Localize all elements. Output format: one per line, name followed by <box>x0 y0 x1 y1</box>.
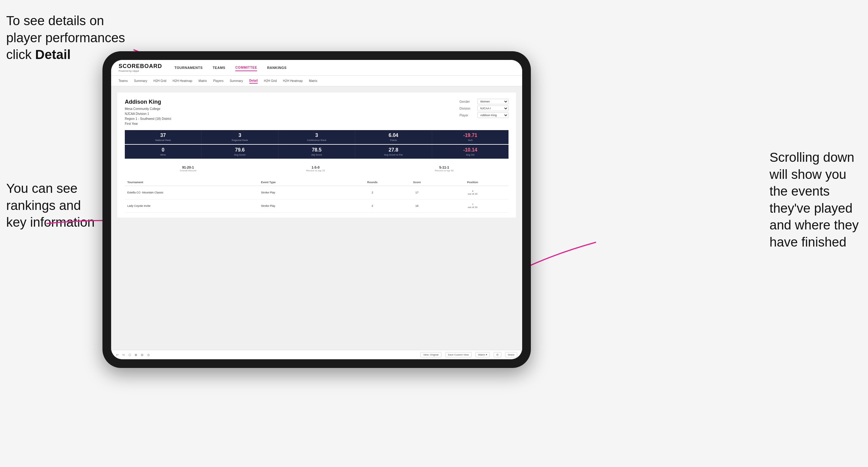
stat-value-regional: 3 <box>203 132 277 138</box>
view-original-btn[interactable]: View: Original <box>420 352 441 357</box>
screen-btn[interactable]: ⊡ <box>494 352 501 357</box>
stat-points: 6.04 Points <box>355 130 432 144</box>
nav-teams[interactable]: TEAMS <box>213 65 225 71</box>
subnav-h2h-grid2[interactable]: H2H Grid <box>264 79 277 83</box>
stat-value-adj-score: 78.5 <box>280 147 353 153</box>
annotation-right: Scrolling down will show you the events … <box>770 149 859 251</box>
bottom-toolbar: ↩ ↪ ⬡ ⊞ ⊟ ◷ View: Original Save Custom V… <box>111 350 522 359</box>
toolbar-redo[interactable]: ↪ <box>122 353 125 356</box>
logo-sub: Powered by clippd <box>119 69 162 72</box>
stat-label-points: Points <box>356 139 430 142</box>
row2-event: Stroke Play <box>261 204 350 208</box>
row2-rounds: 2 <box>350 204 395 208</box>
col-position: Position <box>439 181 506 184</box>
main-content: Addison King Mesa Community College NJCA… <box>111 86 522 350</box>
player-school: Mesa Community College <box>125 106 172 112</box>
stat-label-national: National Rank <box>126 139 200 142</box>
record-top25-label: Record vs top 25 <box>306 169 325 172</box>
player-select[interactable]: Addison King <box>477 113 508 118</box>
stat-value-sos: -19.71 <box>433 132 507 138</box>
stat-avg-sg: -10.14 Avg SG <box>432 145 508 159</box>
division-label: Division <box>460 107 475 110</box>
player-division: NJCAA Division 1 <box>125 112 172 117</box>
stat-label-sos: SoS <box>433 139 507 142</box>
subnav-h2h-grid[interactable]: H2H Grid <box>153 79 166 83</box>
stat-value-points: 6.04 <box>356 132 430 138</box>
col-event: Event Type <box>261 181 350 184</box>
stat-label-adj-score: Adj Score <box>280 153 353 156</box>
stats-row-2: 0 Wins 79.6 Avg Score 78.5 Adj Score 27.… <box>125 145 508 159</box>
stat-value-avg-sg: -10.14 <box>433 147 507 153</box>
subnav-summary[interactable]: Summary <box>134 79 147 83</box>
stat-conference-rank: 3 Conference Rank <box>278 130 355 144</box>
nav-committee[interactable]: COMMITTEE <box>235 64 257 71</box>
gender-label: Gender <box>460 100 475 103</box>
records-row: 91-20-1 Overall Record 1-5-0 Record vs t… <box>125 162 508 175</box>
record-top25: 1-5-0 Record vs top 25 <box>306 165 325 172</box>
nav-tournaments[interactable]: TOURNAMENTS <box>175 65 203 71</box>
gender-select[interactable]: Women <box>477 99 508 104</box>
stat-label-wins: Wins <box>126 153 200 156</box>
record-overall: 91-20-1 Overall Record <box>180 165 196 172</box>
player-year: First Year <box>125 121 172 126</box>
gender-filter: Gender Women <box>460 99 508 104</box>
stat-label-avg-par: Avg Score to Par <box>356 153 430 156</box>
player-header: Addison King Mesa Community College NJCA… <box>125 99 508 126</box>
nav-rankings[interactable]: RANKINGS <box>267 65 286 71</box>
col-score: Score <box>395 181 439 184</box>
subnav-detail[interactable]: Detail <box>249 78 258 84</box>
subnav-teams[interactable]: Teams <box>119 79 128 83</box>
subnav-matrix2[interactable]: Matrix <box>309 79 317 83</box>
stat-label-avg-sg: Avg SG <box>433 153 507 156</box>
logo-text: SCOREBOARD <box>119 63 162 69</box>
player-filter: Player Addison King <box>460 113 508 118</box>
record-top50-label: Record vs top 50 <box>435 169 454 172</box>
record-overall-value: 91-20-1 <box>180 165 196 169</box>
division-filter: Division NJCAA I <box>460 105 508 111</box>
save-custom-btn[interactable]: Save Custom View <box>445 352 471 357</box>
table-row: Lady Coyote Invite Stroke Play 2 16 7out… <box>125 199 508 213</box>
watch-btn[interactable]: Watch ▾ <box>475 352 490 357</box>
player-name: Addison King <box>125 99 172 105</box>
row2-score: 16 <box>395 204 439 208</box>
subnav-summary2[interactable]: Summary <box>230 79 243 83</box>
row1-position: 4out of 20 <box>439 190 506 195</box>
record-top50-value: 5-11-1 <box>435 165 454 169</box>
share-btn[interactable]: Share <box>505 352 517 357</box>
save-custom-label: Save Custom View <box>448 353 469 356</box>
stat-label-conference: Conference Rank <box>280 139 353 142</box>
toolbar-icon4: ◷ <box>147 353 150 356</box>
stat-regional-rank: 3 Regional Rank <box>202 130 278 144</box>
player-info: Addison King Mesa Community College NJCA… <box>125 99 172 126</box>
stat-wins: 0 Wins <box>125 145 202 159</box>
stats-row-1: 37 National Rank 3 Regional Rank 3 Confe… <box>125 130 508 144</box>
player-label: Player <box>460 114 475 117</box>
top-nav: SCOREBOARD Powered by clippd TOURNAMENTS… <box>111 60 522 76</box>
subnav-players[interactable]: Players <box>213 79 223 83</box>
stat-avg-score: 79.6 Avg Score <box>202 145 278 159</box>
tablet-screen: SCOREBOARD Powered by clippd TOURNAMENTS… <box>111 60 522 359</box>
sub-nav: Teams Summary H2H Grid H2H Heatmap Matri… <box>111 76 522 86</box>
tournament-table: Tournament Event Type Rounds Score Posit… <box>125 179 508 213</box>
toolbar-icon2: ⊞ <box>135 353 137 356</box>
tablet-shell: SCOREBOARD Powered by clippd TOURNAMENTS… <box>102 51 531 368</box>
row1-event: Stroke Play <box>261 191 350 194</box>
player-filters: Gender Women Division NJCAA I <box>460 99 508 118</box>
view-original-label: View: Original <box>423 353 438 356</box>
stat-value-national: 37 <box>126 132 200 138</box>
player-region: Region 1 - Southwest (18) District <box>125 117 172 121</box>
row1-tournament: Estella CC- Mountain Classic <box>127 191 261 194</box>
row2-tournament: Lady Coyote Invite <box>127 204 261 208</box>
subnav-h2h-heatmap[interactable]: H2H Heatmap <box>173 79 192 83</box>
subnav-matrix[interactable]: Matrix <box>198 79 207 83</box>
stat-value-conference: 3 <box>280 132 353 138</box>
stat-value-avg-score: 79.6 <box>203 147 277 153</box>
division-select[interactable]: NJCAA I <box>477 105 508 111</box>
subnav-h2h-heatmap2[interactable]: H2H Heatmap <box>283 79 303 83</box>
toolbar-icon3: ⊟ <box>141 353 144 356</box>
toolbar-icon1: ⬡ <box>128 353 131 356</box>
stat-value-wins: 0 <box>126 147 200 153</box>
row2-position: 7out of 20 <box>439 203 506 209</box>
row1-score: 17 <box>395 191 439 194</box>
toolbar-undo[interactable]: ↩ <box>116 353 119 356</box>
